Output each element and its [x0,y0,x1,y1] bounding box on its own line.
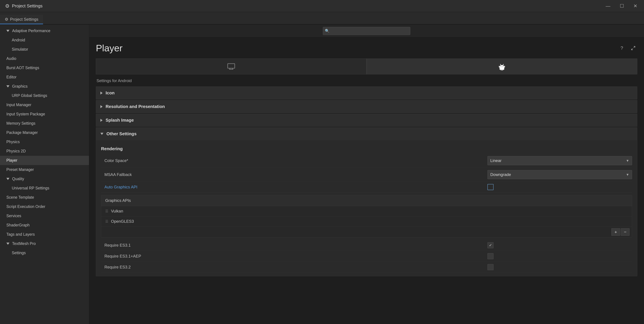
tab-gear-icon: ⚙ [5,17,8,22]
auto-graphics-label[interactable]: Auto Graphics API [101,185,488,189]
sidebar-item-textmesh-settings[interactable]: Settings [0,248,89,257]
sidebar-item-audio[interactable]: Audio [0,54,89,63]
dropdown-arrow-icon: ▼ [626,173,629,177]
sidebar-item-label: Script Execution Order [6,204,45,209]
es31-checkbox[interactable] [488,242,494,248]
add-api-button[interactable]: + [612,228,620,236]
sidebar-item-tags-layers[interactable]: Tags and Layers [0,230,89,239]
sidebar-item-script-exec[interactable]: Script Execution Order [0,202,89,211]
title-bar: ⚙ Project Settings — ☐ ✕ [0,0,644,12]
chevron-down-icon [6,30,10,32]
section-label: Resolution and Presentation [106,104,165,109]
svg-rect-7 [502,70,503,71]
sidebar-item-label: URP Global Settings [12,93,47,98]
auto-graphics-checkbox[interactable] [488,184,494,190]
sidebar-item-label: Physics [6,140,20,144]
svg-rect-8 [499,66,500,68]
sidebar-item-label: Quality [12,177,24,181]
sidebar-item-editor[interactable]: Editor [0,73,89,82]
sidebar-item-label: ShaderGraph [6,223,30,227]
svg-point-12 [501,67,501,67]
color-space-value: Linear [490,158,502,163]
drag-handle-icon[interactable]: ☰ [105,209,108,213]
sidebar-item-universal-rp[interactable]: Universal RP Settings [0,184,89,193]
svg-rect-6 [501,70,502,71]
section-other-settings: Other Settings Rendering Color Space* Li… [96,127,637,276]
chevron-down-icon [6,85,10,88]
graphics-apis-box: Graphics APIs ☰ Vulkan ☰ OpenGLES3 + − [101,195,632,237]
es31aep-check-area [488,253,632,259]
sidebar-item-label: Tags and Layers [6,232,35,237]
title-bar-left: ⚙ Project Settings [5,3,42,9]
section-label: Icon [106,90,114,96]
section-resolution[interactable]: Resolution and Presentation [96,100,637,113]
sidebar-item-label: Audio [6,56,16,61]
platform-tabs [96,59,637,74]
tab-label: Project Settings [10,17,38,22]
sidebar-item-preset-manager[interactable]: Preset Manager [0,165,89,174]
svg-point-13 [502,67,503,67]
sidebar-item-label: Services [6,214,21,218]
other-settings-body: Rendering Color Space* Linear ▼ [96,140,637,276]
sidebar-item-input-manager[interactable]: Input Manager [0,100,89,110]
dropdown-arrow-icon: ▼ [626,159,629,163]
svg-rect-9 [504,66,505,68]
es31aep-row: Require ES3.1+AEP [101,251,632,262]
es32-checkbox[interactable] [488,264,494,270]
msaa-control: Downgrade ▼ [488,170,632,179]
help-button[interactable]: ? [618,44,626,52]
svg-line-11 [503,64,504,65]
minimize-button[interactable]: — [604,3,612,10]
content-area: 🔍 Player ? [89,25,644,324]
platform-tab-pc[interactable] [96,59,366,74]
sidebar-item-package-manager[interactable]: Package Manager [0,128,89,137]
es32-check-area [488,264,632,270]
rendering-title: Rendering [101,146,632,151]
sidebar-item-burst-aot[interactable]: Burst AOT Settings [0,63,89,73]
project-settings-tab[interactable]: ⚙ Project Settings [0,15,43,24]
sidebar-item-quality[interactable]: Quality [0,174,89,184]
search-input[interactable] [323,27,410,35]
sidebar-item-adaptive-performance[interactable]: Adaptive Performance [0,26,89,36]
svg-rect-2 [228,64,235,68]
sidebar-item-textmesh-pro[interactable]: TextMesh Pro [0,239,89,248]
sidebar-item-label: Input Manager [6,103,31,107]
chevron-down-icon [6,243,10,245]
sidebar-item-memory-settings[interactable]: Memory Settings [0,119,89,128]
sidebar-item-physics-2d[interactable]: Physics 2D [0,147,89,156]
sidebar-item-services[interactable]: Services [0,211,89,220]
section-icon[interactable]: Icon [96,87,637,99]
tab-bar: ⚙ Project Settings [0,12,644,25]
sidebar-item-android[interactable]: Android [0,36,89,45]
maximize-button[interactable]: ☐ [618,3,626,10]
es32-row: Require ES3.2 [101,262,632,273]
sidebar-item-graphics[interactable]: Graphics [0,82,89,91]
sidebar-item-shader-graph[interactable]: ShaderGraph [0,220,89,230]
section-splash[interactable]: Splash Image [96,114,637,127]
expand-button[interactable] [629,44,637,52]
sidebar-item-simulator[interactable]: Simulator [0,45,89,54]
sidebar-item-input-system[interactable]: Input System Package [0,110,89,119]
remove-api-button[interactable]: − [621,228,630,236]
sidebar-item-urp-global[interactable]: URP Global Settings [0,91,89,100]
sidebar-item-label: Graphics [12,84,28,89]
sidebar-item-scene-template[interactable]: Scene Template [0,193,89,202]
color-space-dropdown[interactable]: Linear ▼ [488,156,632,165]
sidebar-item-player[interactable]: Player [0,156,89,165]
collapse-icon [100,119,102,122]
chevron-down-icon [100,133,104,135]
es32-label: Require ES3.2 [104,265,488,269]
content-panel: Player ? [89,38,644,324]
sidebar-item-physics[interactable]: Physics [0,137,89,147]
api-label: OpenGLES3 [111,219,134,224]
drag-handle-icon[interactable]: ☰ [105,219,108,223]
sidebar-item-label: Preset Manager [6,167,34,172]
es31aep-checkbox[interactable] [488,253,494,259]
section-label: Other Settings [106,131,136,136]
msaa-dropdown[interactable]: Downgrade ▼ [488,170,632,179]
other-settings-header[interactable]: Other Settings [96,128,637,140]
platform-tab-android[interactable] [366,59,637,74]
api-vulkan: ☰ Vulkan [101,206,632,216]
sidebar-item-label: Simulator [12,47,28,52]
close-button[interactable]: ✕ [632,3,639,10]
